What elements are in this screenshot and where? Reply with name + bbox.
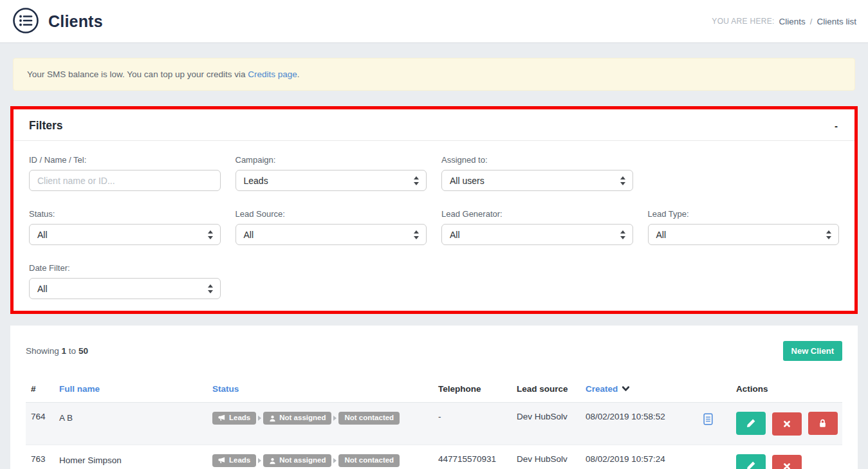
date-filter-select[interactable]: All bbox=[29, 278, 221, 299]
col-telephone: Telephone bbox=[433, 378, 512, 403]
chevron-down-icon bbox=[622, 385, 630, 392]
sms-balance-alert: Your SMS balance is low. You can top up … bbox=[13, 58, 855, 91]
app-logo[interactable]: Clients bbox=[12, 6, 103, 37]
col-lead-source: Lead source bbox=[512, 378, 580, 403]
file-text-icon bbox=[703, 413, 714, 425]
client-id: 764 bbox=[26, 403, 54, 445]
badge-separator-icon bbox=[333, 416, 337, 421]
status-select[interactable]: All bbox=[29, 224, 221, 245]
list-toolbar: Showing 1 to 50 New Client bbox=[26, 341, 842, 361]
id-name-tel-label: ID / Name / Tel: bbox=[29, 155, 221, 165]
col-actions: Actions bbox=[731, 378, 842, 403]
lead-source-select-value: All bbox=[244, 230, 414, 240]
client-created: 08/02/2019 10:58:52 bbox=[580, 403, 696, 445]
date-filter-select-value: All bbox=[37, 284, 207, 294]
client-search-input[interactable] bbox=[29, 170, 221, 191]
lead-type-select-value: All bbox=[656, 230, 826, 240]
field-status: Status: All bbox=[29, 209, 221, 245]
sort-created[interactable]: Created bbox=[586, 384, 630, 394]
field-assigned-to: Assigned to: All users bbox=[441, 155, 633, 191]
edit-button[interactable] bbox=[736, 412, 766, 435]
col-id: # bbox=[26, 378, 54, 403]
breadcrumb-clients[interactable]: Clients bbox=[779, 17, 806, 26]
badge-separator-icon bbox=[258, 416, 261, 421]
client-row-764: 764 A B Leads Not assigned bbox=[26, 403, 842, 445]
badge-separator-icon bbox=[258, 458, 261, 463]
bullhorn-icon bbox=[218, 414, 226, 422]
user-icon bbox=[269, 457, 276, 464]
clients-table: # Full name Status Telephone Lead source… bbox=[26, 378, 842, 469]
filter-row-1: ID / Name / Tel: Campaign: Leads Assigne… bbox=[29, 155, 839, 191]
alert-text: Your SMS balance is low. You can top up … bbox=[27, 69, 245, 79]
lead-type-label: Lead Type: bbox=[648, 209, 840, 219]
client-lead-source: Dev HubSolv bbox=[512, 403, 580, 445]
field-date-filter: Date Filter: All bbox=[29, 263, 221, 299]
client-status: Leads Not assigned Not contacted bbox=[207, 403, 433, 445]
pencil-icon bbox=[746, 461, 756, 469]
credits-page-link[interactable]: Credits page bbox=[248, 69, 297, 79]
lock-button[interactable] bbox=[808, 412, 838, 435]
field-campaign: Campaign: Leads bbox=[235, 155, 427, 191]
assigned-to-select[interactable]: All users bbox=[441, 170, 633, 191]
lead-source-select[interactable]: All bbox=[235, 224, 427, 245]
lead-generator-label: Lead Generator: bbox=[441, 209, 633, 219]
campaign-badge: Leads bbox=[212, 412, 256, 425]
stepper-icon bbox=[620, 230, 626, 240]
showing-to: 50 bbox=[78, 346, 88, 356]
client-note-cell bbox=[696, 445, 731, 469]
showing-summary: Showing 1 to 50 bbox=[26, 346, 88, 356]
contact-badge: Not contacted bbox=[338, 412, 400, 425]
user-icon bbox=[269, 415, 276, 422]
stepper-icon bbox=[207, 284, 214, 294]
client-note-cell bbox=[696, 403, 731, 445]
sort-full-name[interactable]: Full name bbox=[59, 384, 100, 394]
clients-list-panel: Showing 1 to 50 New Client # Full name S… bbox=[10, 326, 858, 469]
campaign-badge: Leads bbox=[212, 454, 256, 467]
campaign-select-value: Leads bbox=[244, 176, 414, 186]
contact-badge: Not contacted bbox=[338, 454, 400, 467]
client-id: 763 bbox=[26, 445, 54, 469]
filters-header: Filters - bbox=[14, 109, 854, 141]
stepper-icon bbox=[413, 176, 420, 186]
status-select-value: All bbox=[37, 230, 207, 240]
note-button[interactable] bbox=[701, 412, 715, 428]
filter-row-2: Status: All Lead Source: All Lead Genera… bbox=[29, 209, 839, 245]
field-lead-type: Lead Type: All bbox=[648, 209, 840, 245]
stepper-icon bbox=[207, 230, 214, 240]
delete-button[interactable] bbox=[772, 455, 802, 469]
col-full-name: Full name bbox=[54, 378, 207, 403]
filters-body: ID / Name / Tel: Campaign: Leads Assigne… bbox=[14, 141, 854, 311]
date-filter-label: Date Filter: bbox=[29, 263, 221, 273]
lead-generator-select-value: All bbox=[450, 230, 620, 240]
pencil-icon bbox=[746, 418, 756, 428]
table-header-row: # Full name Status Telephone Lead source… bbox=[26, 378, 842, 403]
client-telephone: 447715570931 bbox=[433, 445, 512, 469]
x-icon bbox=[782, 462, 791, 469]
edit-button[interactable] bbox=[736, 454, 766, 469]
top-header: Clients YOU ARE HERE: Clients / Clients … bbox=[0, 0, 868, 43]
campaign-select[interactable]: Leads bbox=[235, 170, 427, 191]
breadcrumb-clients-list[interactable]: Clients list bbox=[817, 17, 856, 26]
client-full-name: Homer Simpson & Marge Simpson bbox=[54, 445, 207, 469]
filters-title: Filters bbox=[29, 119, 63, 133]
filters-collapse-toggle[interactable]: - bbox=[833, 121, 839, 131]
showing-from: 1 bbox=[62, 346, 67, 356]
client-telephone: - bbox=[433, 403, 512, 445]
client-created: 08/02/2019 10:57:24 bbox=[580, 445, 696, 469]
delete-button[interactable] bbox=[772, 412, 802, 436]
client-actions bbox=[731, 403, 842, 445]
lead-type-select[interactable]: All bbox=[648, 224, 840, 245]
new-client-button[interactable]: New Client bbox=[783, 341, 842, 361]
assigned-to-select-value: All users bbox=[450, 176, 620, 186]
sort-status[interactable]: Status bbox=[212, 384, 239, 394]
breadcrumb-prefix: YOU ARE HERE: bbox=[712, 17, 774, 26]
lead-generator-select[interactable]: All bbox=[441, 224, 633, 245]
page-title: Clients bbox=[48, 12, 103, 31]
field-id-name-tel: ID / Name / Tel: bbox=[29, 155, 221, 191]
assigned-badge: Not assigned bbox=[263, 454, 331, 467]
client-row-763: 763 Homer Simpson & Marge Simpson Leads … bbox=[26, 445, 842, 469]
col-created: Created bbox=[580, 378, 696, 403]
campaign-label: Campaign: bbox=[235, 155, 427, 165]
client-full-name: A B bbox=[54, 403, 207, 445]
client-lead-source: Dev HubSolv bbox=[512, 445, 580, 469]
